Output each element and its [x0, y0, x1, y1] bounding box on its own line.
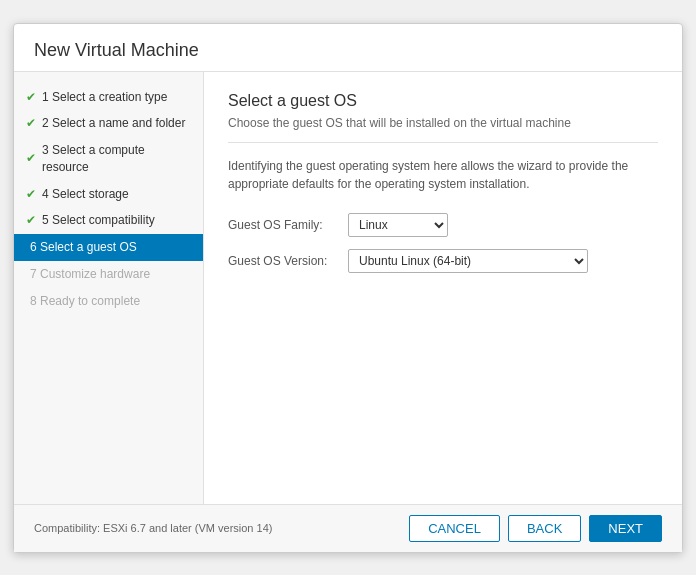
step-label: 7 Customize hardware — [30, 266, 191, 283]
os-family-select[interactable]: LinuxWindowsOther — [348, 213, 448, 237]
next-button[interactable]: NEXT — [589, 515, 662, 542]
step-label: 2 Select a name and folder — [42, 115, 191, 132]
wizard-sidebar: ✔1 Select a creation type✔2 Select a nam… — [14, 72, 204, 504]
section-subtitle: Choose the guest OS that will be install… — [228, 116, 658, 143]
sidebar-item-step4[interactable]: ✔4 Select storage — [14, 181, 203, 208]
new-virtual-machine-dialog: New Virtual Machine ✔1 Select a creation… — [13, 23, 683, 553]
os-version-row: Guest OS Version: Ubuntu Linux (64-bit)U… — [228, 249, 658, 273]
os-version-select[interactable]: Ubuntu Linux (64-bit)Ubuntu Linux (32-bi… — [348, 249, 588, 273]
os-family-control: LinuxWindowsOther — [348, 213, 448, 237]
compat-text: Compatibility: ESXi 6.7 and later (VM ve… — [34, 522, 272, 534]
dialog-body: ✔1 Select a creation type✔2 Select a nam… — [14, 72, 682, 504]
os-version-label: Guest OS Version: — [228, 254, 348, 268]
step-label: 3 Select a compute resource — [42, 142, 191, 176]
cancel-button[interactable]: CANCEL — [409, 515, 500, 542]
back-button[interactable]: BACK — [508, 515, 581, 542]
check-icon: ✔ — [26, 89, 36, 106]
check-icon: ✔ — [26, 212, 36, 229]
check-icon: ✔ — [26, 150, 36, 167]
step-label: 5 Select compatibility — [42, 212, 191, 229]
sidebar-item-step1[interactable]: ✔1 Select a creation type — [14, 84, 203, 111]
check-icon: ✔ — [26, 186, 36, 203]
sidebar-item-step8: 8 Ready to complete — [14, 288, 203, 315]
sidebar-item-step7: 7 Customize hardware — [14, 261, 203, 288]
check-icon: ✔ — [26, 115, 36, 132]
step-label: 6 Select a guest OS — [30, 239, 191, 256]
sidebar-item-step6[interactable]: 6 Select a guest OS — [14, 234, 203, 261]
os-family-label: Guest OS Family: — [228, 218, 348, 232]
section-title: Select a guest OS — [228, 92, 658, 110]
main-content: Select a guest OS Choose the guest OS th… — [204, 72, 682, 504]
os-family-row: Guest OS Family: LinuxWindowsOther — [228, 213, 658, 237]
step-label: 4 Select storage — [42, 186, 191, 203]
os-version-control: Ubuntu Linux (64-bit)Ubuntu Linux (32-bi… — [348, 249, 588, 273]
sidebar-item-step3[interactable]: ✔3 Select a compute resource — [14, 137, 203, 181]
info-text: Identifying the guest operating system h… — [228, 157, 658, 193]
dialog-title: New Virtual Machine — [14, 24, 682, 72]
step-label: 8 Ready to complete — [30, 293, 191, 310]
dialog-footer: Compatibility: ESXi 6.7 and later (VM ve… — [14, 504, 682, 552]
sidebar-item-step2[interactable]: ✔2 Select a name and folder — [14, 110, 203, 137]
step-label: 1 Select a creation type — [42, 89, 191, 106]
sidebar-item-step5[interactable]: ✔5 Select compatibility — [14, 207, 203, 234]
